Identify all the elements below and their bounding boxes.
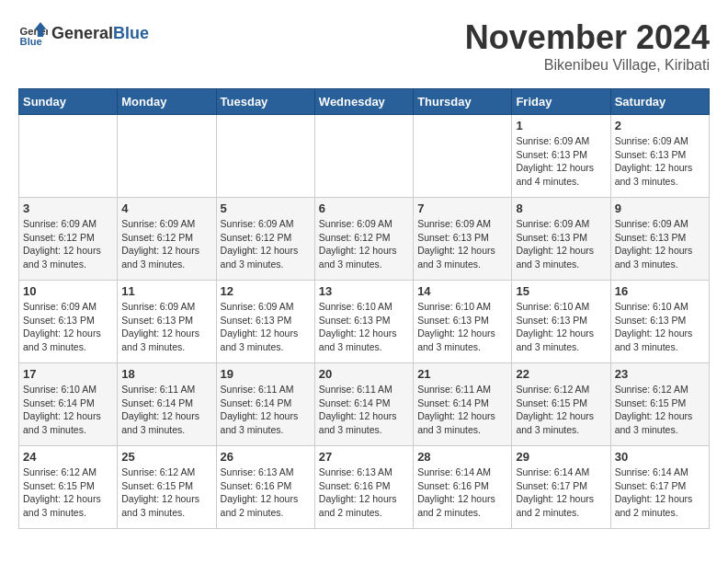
day-number: 4 <box>121 201 211 215</box>
day-number: 21 <box>417 367 507 381</box>
day-number: 10 <box>23 284 113 298</box>
calendar-cell: 7Sunrise: 6:09 AMSunset: 6:13 PMDaylight… <box>414 198 512 281</box>
day-number: 7 <box>417 201 507 215</box>
day-number: 25 <box>121 450 211 464</box>
weekday-header-thursday: Thursday <box>414 89 512 115</box>
day-number: 11 <box>121 284 211 298</box>
calendar-cell: 14Sunrise: 6:10 AMSunset: 6:13 PMDayligh… <box>414 281 512 363</box>
day-number: 15 <box>516 284 606 298</box>
weekday-header-saturday: Saturday <box>610 89 709 115</box>
day-number: 17 <box>23 367 113 381</box>
calendar-cell: 10Sunrise: 6:09 AMSunset: 6:13 PMDayligh… <box>19 281 118 363</box>
day-info: Sunrise: 6:11 AMSunset: 6:14 PMDaylight:… <box>121 383 211 437</box>
day-number: 6 <box>319 201 409 215</box>
day-number: 26 <box>221 450 311 464</box>
day-info: Sunrise: 6:09 AMSunset: 6:13 PMDaylight:… <box>516 134 606 189</box>
day-info: Sunrise: 6:10 AMSunset: 6:13 PMDaylight:… <box>417 300 507 354</box>
day-info: Sunrise: 6:09 AMSunset: 6:12 PMDaylight:… <box>319 217 409 271</box>
calendar-cell: 19Sunrise: 6:11 AMSunset: 6:14 PMDayligh… <box>216 363 314 446</box>
day-info: Sunrise: 6:11 AMSunset: 6:14 PMDaylight:… <box>319 383 409 437</box>
calendar-cell: 17Sunrise: 6:10 AMSunset: 6:14 PMDayligh… <box>19 363 118 446</box>
header: General Blue GeneralBlue November 2024 B… <box>18 18 710 74</box>
calendar-cell: 24Sunrise: 6:12 AMSunset: 6:15 PMDayligh… <box>19 446 118 529</box>
month-title: November 2024 <box>465 18 710 57</box>
calendar-week-row: 1Sunrise: 6:09 AMSunset: 6:13 PMDaylight… <box>19 115 710 198</box>
calendar-cell: 8Sunrise: 6:09 AMSunset: 6:13 PMDaylight… <box>512 198 610 281</box>
day-number: 2 <box>615 119 705 132</box>
weekday-header-monday: Monday <box>118 89 216 115</box>
title-section: November 2024 Bikenibeu Village, Kiribat… <box>465 18 710 74</box>
day-info: Sunrise: 6:10 AMSunset: 6:14 PMDaylight:… <box>23 383 113 437</box>
calendar-week-row: 24Sunrise: 6:12 AMSunset: 6:15 PMDayligh… <box>19 446 710 529</box>
day-number: 20 <box>319 367 409 381</box>
day-info: Sunrise: 6:14 AMSunset: 6:17 PMDaylight:… <box>615 465 705 520</box>
calendar-cell: 11Sunrise: 6:09 AMSunset: 6:13 PMDayligh… <box>118 281 216 363</box>
calendar-cell <box>314 115 413 198</box>
calendar-cell: 29Sunrise: 6:14 AMSunset: 6:17 PMDayligh… <box>512 446 610 529</box>
calendar-cell: 28Sunrise: 6:14 AMSunset: 6:16 PMDayligh… <box>414 446 512 529</box>
day-info: Sunrise: 6:09 AMSunset: 6:13 PMDaylight:… <box>417 217 507 271</box>
calendar-cell: 4Sunrise: 6:09 AMSunset: 6:12 PMDaylight… <box>118 198 216 281</box>
day-info: Sunrise: 6:14 AMSunset: 6:16 PMDaylight:… <box>417 465 507 520</box>
day-info: Sunrise: 6:13 AMSunset: 6:16 PMDaylight:… <box>319 465 409 520</box>
calendar-cell: 25Sunrise: 6:12 AMSunset: 6:15 PMDayligh… <box>118 446 216 529</box>
calendar-table: SundayMondayTuesdayWednesdayThursdayFrid… <box>18 88 710 529</box>
calendar-week-row: 17Sunrise: 6:10 AMSunset: 6:14 PMDayligh… <box>19 363 710 446</box>
day-number: 27 <box>319 450 409 464</box>
day-info: Sunrise: 6:10 AMSunset: 6:13 PMDaylight:… <box>319 300 409 354</box>
logo-general-text: General <box>51 24 113 43</box>
day-info: Sunrise: 6:09 AMSunset: 6:12 PMDaylight:… <box>23 217 113 271</box>
day-info: Sunrise: 6:09 AMSunset: 6:12 PMDaylight:… <box>121 217 211 271</box>
calendar-cell: 16Sunrise: 6:10 AMSunset: 6:13 PMDayligh… <box>610 281 709 363</box>
calendar-cell: 12Sunrise: 6:09 AMSunset: 6:13 PMDayligh… <box>216 281 314 363</box>
calendar-cell: 6Sunrise: 6:09 AMSunset: 6:12 PMDaylight… <box>314 198 413 281</box>
day-info: Sunrise: 6:12 AMSunset: 6:15 PMDaylight:… <box>516 383 606 437</box>
day-number: 18 <box>121 367 211 381</box>
day-number: 19 <box>221 367 311 381</box>
day-info: Sunrise: 6:11 AMSunset: 6:14 PMDaylight:… <box>417 383 507 437</box>
day-number: 24 <box>23 450 113 464</box>
logo: General Blue GeneralBlue <box>18 18 149 48</box>
calendar-cell: 27Sunrise: 6:13 AMSunset: 6:16 PMDayligh… <box>314 446 413 529</box>
weekday-header-wednesday: Wednesday <box>314 89 413 115</box>
weekday-header-tuesday: Tuesday <box>216 89 314 115</box>
calendar-cell: 18Sunrise: 6:11 AMSunset: 6:14 PMDayligh… <box>118 363 216 446</box>
logo-blue-text: Blue <box>113 24 149 43</box>
weekday-header-sunday: Sunday <box>19 89 118 115</box>
day-number: 22 <box>516 367 606 381</box>
day-info: Sunrise: 6:10 AMSunset: 6:13 PMDaylight:… <box>615 300 705 354</box>
day-info: Sunrise: 6:13 AMSunset: 6:16 PMDaylight:… <box>221 465 311 520</box>
calendar-cell: 5Sunrise: 6:09 AMSunset: 6:12 PMDaylight… <box>216 198 314 281</box>
day-number: 1 <box>516 119 606 132</box>
calendar-cell: 30Sunrise: 6:14 AMSunset: 6:17 PMDayligh… <box>610 446 709 529</box>
weekday-header-friday: Friday <box>512 89 610 115</box>
day-info: Sunrise: 6:09 AMSunset: 6:13 PMDaylight:… <box>615 217 705 271</box>
calendar-cell: 20Sunrise: 6:11 AMSunset: 6:14 PMDayligh… <box>314 363 413 446</box>
day-info: Sunrise: 6:12 AMSunset: 6:15 PMDaylight:… <box>121 465 211 520</box>
day-number: 5 <box>221 201 311 215</box>
calendar-cell: 23Sunrise: 6:12 AMSunset: 6:15 PMDayligh… <box>610 363 709 446</box>
day-info: Sunrise: 6:09 AMSunset: 6:13 PMDaylight:… <box>121 300 211 354</box>
calendar-cell: 2Sunrise: 6:09 AMSunset: 6:13 PMDaylight… <box>610 115 709 198</box>
calendar-cell: 22Sunrise: 6:12 AMSunset: 6:15 PMDayligh… <box>512 363 610 446</box>
day-info: Sunrise: 6:09 AMSunset: 6:13 PMDaylight:… <box>23 300 113 354</box>
calendar-cell <box>414 115 512 198</box>
day-number: 16 <box>615 284 705 298</box>
day-info: Sunrise: 6:12 AMSunset: 6:15 PMDaylight:… <box>23 465 113 520</box>
day-number: 23 <box>615 367 705 381</box>
day-number: 13 <box>319 284 409 298</box>
calendar-week-row: 3Sunrise: 6:09 AMSunset: 6:12 PMDaylight… <box>19 198 710 281</box>
calendar-cell: 3Sunrise: 6:09 AMSunset: 6:12 PMDaylight… <box>19 198 118 281</box>
calendar-week-row: 10Sunrise: 6:09 AMSunset: 6:13 PMDayligh… <box>19 281 710 363</box>
day-number: 3 <box>23 201 113 215</box>
day-info: Sunrise: 6:09 AMSunset: 6:13 PMDaylight:… <box>615 134 705 189</box>
day-number: 29 <box>516 450 606 464</box>
calendar-cell <box>118 115 216 198</box>
day-info: Sunrise: 6:11 AMSunset: 6:14 PMDaylight:… <box>221 383 311 437</box>
calendar-cell <box>216 115 314 198</box>
calendar-cell <box>19 115 118 198</box>
calendar-cell: 15Sunrise: 6:10 AMSunset: 6:13 PMDayligh… <box>512 281 610 363</box>
day-number: 28 <box>417 450 507 464</box>
svg-text:Blue: Blue <box>20 36 42 47</box>
calendar-cell: 9Sunrise: 6:09 AMSunset: 6:13 PMDaylight… <box>610 198 709 281</box>
